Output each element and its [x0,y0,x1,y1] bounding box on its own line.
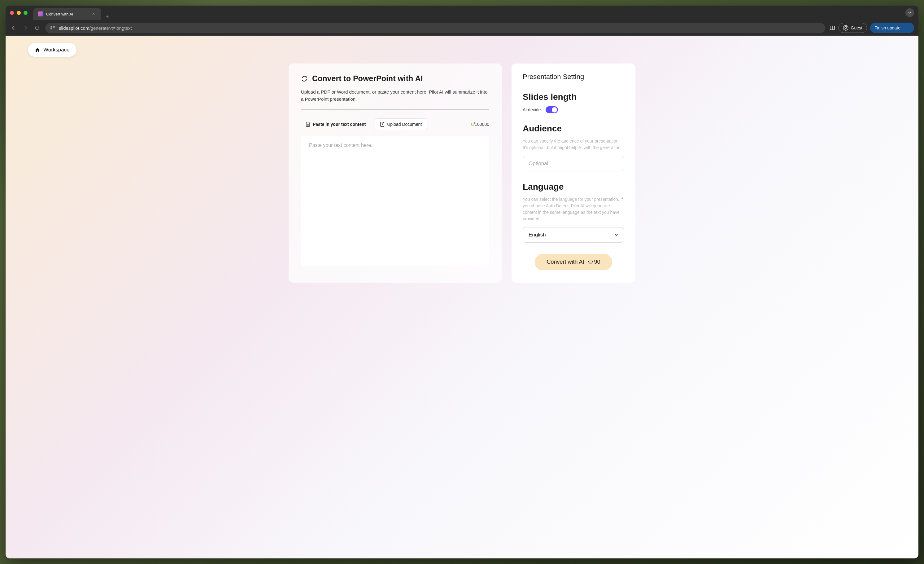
svg-point-6 [845,26,847,28]
close-window-button[interactable] [10,11,14,15]
page-content: Workspace Convert to PowerPoint with AI … [6,36,918,558]
url-input[interactable]: slidespilot.com/generate?t=longtext [45,23,825,33]
favicon-icon [38,12,43,17]
title-bar: Convert with AI × + [6,6,918,20]
diamond-icon [588,260,593,265]
panel-icon [830,25,835,31]
slides-length-section: Slides length AI decide [523,92,624,113]
textarea-placeholder: Paste your text content here. [309,143,481,148]
audience-input[interactable] [523,156,624,171]
ai-decide-toggle-row: AI decide [523,106,624,113]
address-bar: slidespilot.com/generate?t=longtext Gues… [6,20,918,36]
reload-button[interactable] [33,24,41,32]
credits-display: 90 [588,259,600,265]
svg-rect-0 [51,26,52,27]
tab-upload-document[interactable]: Upload Document [375,118,427,130]
close-tab-button[interactable]: × [91,11,96,17]
back-button[interactable] [10,24,17,32]
tabs-dropdown-button[interactable] [905,8,914,17]
language-select[interactable]: English [523,227,624,243]
traffic-lights [10,11,27,15]
minimize-window-button[interactable] [17,11,21,15]
convert-button[interactable]: Convert with AI 90 [535,254,612,270]
slides-length-heading: Slides length [523,92,624,102]
character-count: 0/100000 [471,122,489,127]
forward-button[interactable] [22,24,29,32]
tabs-area: Convert with AI × + [33,6,113,20]
language-section: Language You can select the language for… [523,182,624,243]
arrow-right-icon [22,25,28,31]
convert-icon [301,75,308,82]
svg-rect-2 [51,28,52,29]
settings-panel: Presentation Setting Slides length AI de… [512,63,635,283]
settings-title: Presentation Setting [523,73,624,81]
content-tabs: Paste in your text content Upload Docume… [301,118,489,130]
browser-tab[interactable]: Convert with AI × [33,8,101,20]
side-panel-button[interactable] [830,25,835,31]
audience-section: Audience You can specify the audience of… [523,124,624,171]
menu-dots-icon[interactable]: ⋮ [904,24,910,31]
upload-icon [380,122,385,127]
home-icon [34,47,40,53]
toggle-thumb [552,107,557,113]
document-icon [306,122,310,127]
workspace-button[interactable]: Workspace [28,43,76,57]
svg-rect-3 [830,26,834,30]
panel-header: Convert to PowerPoint with AI [301,74,489,83]
main-panel: Convert to PowerPoint with AI Upload a P… [289,63,502,283]
tab-title: Convert with AI [46,12,88,17]
new-tab-button[interactable]: + [101,14,113,20]
svg-rect-1 [53,26,55,27]
page-description: Upload a PDF or Word document, or paste … [301,89,489,102]
site-settings-icon[interactable] [50,26,55,30]
chevron-down-icon [614,233,618,237]
content-textarea[interactable]: Paste your text content here. [301,136,489,266]
finish-update-button[interactable]: Finish update ⋮ [870,23,914,33]
tab-paste-text[interactable]: Paste in your text content [301,119,370,130]
ai-decide-toggle[interactable] [546,106,558,113]
profile-button[interactable]: Guest [838,23,867,33]
right-controls: Guest Finish update ⋮ [830,23,914,33]
audience-heading: Audience [523,124,624,134]
url-text: slidespilot.com/generate?t=longtext [59,26,132,31]
language-heading: Language [523,182,624,192]
chevron-down-icon [908,11,912,15]
language-description: You can select the language for your pre… [523,196,624,222]
audience-description: You can specify the audience of your pre… [523,138,624,151]
arrow-left-icon [10,25,17,31]
guest-label: Guest [851,26,862,30]
browser-window: Convert with AI × + slidespilot.com/gene… [6,6,918,558]
user-icon [843,25,849,31]
page-title: Convert to PowerPoint with AI [312,74,423,83]
ai-decide-label: AI decide [523,107,541,112]
content-wrapper: Convert to PowerPoint with AI Upload a P… [281,36,643,283]
reload-icon [34,25,40,31]
maximize-window-button[interactable] [24,11,27,15]
